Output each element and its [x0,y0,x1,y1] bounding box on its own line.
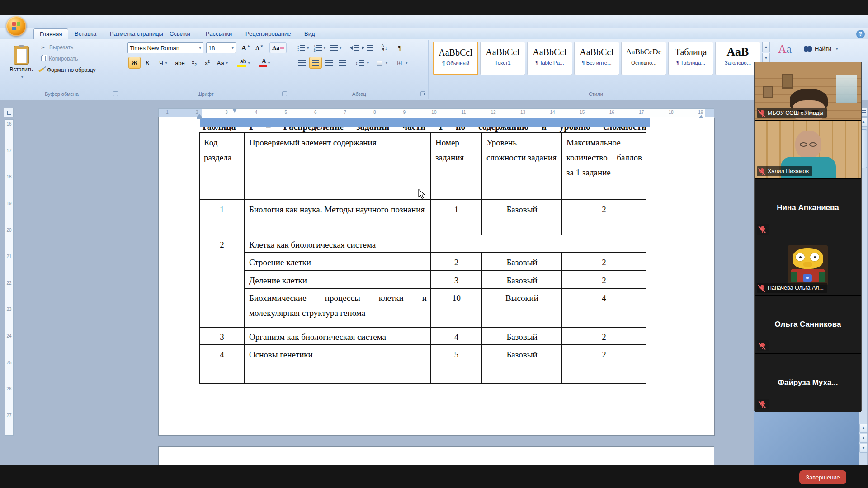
tab-mailings[interactable]: Рассылки [200,28,238,39]
align-right-button[interactable] [323,57,335,69]
change-case-button[interactable]: Aa▾ [214,57,231,69]
cell-level[interactable]: Высокий [482,288,562,327]
style-text1[interactable]: AaBbCcI Текст1 [480,42,525,75]
sort-button[interactable]: АЯ ↓ [377,42,392,53]
select-browse-object-icon[interactable]: ● [859,434,868,443]
cell-max[interactable]: 4 [562,288,646,327]
cell-empty[interactable] [431,235,646,253]
strikethrough-button[interactable]: abe [173,57,187,69]
cell-num[interactable]: 4 [431,327,482,345]
table-caption-clipped[interactable]: Таблица 1 – Распределение заданий части … [201,127,646,132]
justify-button[interactable] [336,57,349,69]
subscript-button[interactable]: x2 [188,57,200,69]
cell-num[interactable]: 3 [431,271,482,288]
style-table-pa[interactable]: AaBbCcI ¶ Table Pa... [527,42,572,75]
header-cell[interactable]: Код раздела [199,133,245,200]
font-size-combo[interactable]: 18▾ [206,42,236,53]
paste-button[interactable]: Вставить ▾ [7,42,35,83]
participant-tile[interactable]: Паначева Ольга Ал... [755,237,861,295]
end-meeting-button[interactable]: Завершение [799,470,846,484]
participant-video-tile[interactable]: МБОУ СОШ с.Ямады [755,62,861,120]
tab-review[interactable]: Рецензирование [240,28,297,39]
paragraph-dialog-launcher[interactable] [420,91,425,96]
align-left-button[interactable] [296,57,308,69]
right-indent-marker[interactable] [699,113,703,118]
left-indent-marker[interactable] [197,112,202,119]
cell-max[interactable]: 2 [562,271,646,288]
font-dialog-launcher[interactable] [282,91,287,96]
cell-content[interactable]: Строение клетки [245,253,431,271]
italic-button[interactable]: К [142,57,154,69]
font-name-combo[interactable]: Times New Roman▾ [127,42,203,53]
cell-level[interactable]: Базовый [482,253,562,271]
help-button[interactable]: ? [856,30,865,38]
clear-formatting-button[interactable]: Aa [269,42,287,53]
bullets-button[interactable]: • • •▾ [296,42,311,53]
align-center-button[interactable] [309,57,322,69]
participant-tile[interactable]: Файруза Муха... [755,354,861,412]
cell-level[interactable]: Базовый [482,327,562,345]
copy-button[interactable]: Копировать [41,54,118,64]
header-cell[interactable]: Номер задания [431,133,482,200]
highlight-button[interactable]: ab▾ [235,57,255,69]
format-painter-button[interactable]: Формат по образцу [38,65,120,75]
cell-level[interactable]: Базовый [482,200,562,235]
tab-view[interactable]: Вид [298,28,321,39]
cell-content[interactable]: Биология как наука. Методы научного позн… [245,200,431,235]
cell-num[interactable]: 5 [431,345,482,384]
decrease-indent-button[interactable] [347,42,360,53]
shrink-font-button[interactable]: А▼ [253,42,266,53]
cell-max[interactable]: 2 [562,345,646,384]
participant-video-tile[interactable]: Халил Низамов [755,121,861,178]
cell-content[interactable]: Организм как биологическая система [245,327,431,345]
style-normal[interactable]: AaBbCcI ¶ Обычный [433,42,478,75]
header-cell[interactable]: Уровень сложности задания [482,133,562,200]
cell-code[interactable]: 1 [199,200,245,235]
tab-home[interactable]: Главная [33,28,68,39]
style-table[interactable]: Таблица ¶ Таблица... [668,42,713,75]
cell-num[interactable]: 1 [431,200,482,235]
first-line-indent-marker[interactable] [232,109,237,115]
borders-button[interactable]: ⊞▾ [393,57,411,69]
bold-button[interactable]: Ж [128,57,141,69]
shading-button[interactable]: ▾ [373,57,391,69]
tab-selector[interactable] [4,108,14,117]
cell-max[interactable]: 2 [562,327,646,345]
tab-references[interactable]: Ссылки [164,28,196,39]
multilevel-list-button[interactable]: ▾ [328,42,344,53]
document-page-2[interactable] [158,446,714,465]
increase-indent-button[interactable] [361,42,373,53]
style-heading[interactable]: АаВ Заголово... [715,42,760,75]
cell-max[interactable]: 2 [562,200,646,235]
cut-button[interactable]: ✂ Вырезать [41,42,118,52]
cell-content[interactable]: Деление клетки [245,271,431,288]
line-spacing-button[interactable]: ↕▾ [354,57,371,69]
find-button[interactable]: Найти ▾ [804,45,838,52]
cell-content[interactable]: Биохимические процессы клетки и молекуля… [245,288,431,327]
numbering-button[interactable]: 1 2 3▾ [312,42,327,53]
cell-max[interactable]: 2 [562,253,646,271]
vertical-ruler[interactable]: 161718 192021 222324 252627 [5,119,14,436]
superscript-button[interactable]: x2 [201,57,213,69]
cell-code[interactable]: 4 [199,345,245,384]
cell-num[interactable]: 2 [431,253,482,271]
grow-font-button[interactable]: А▲ [240,42,252,53]
change-styles-button[interactable]: Аа [774,42,796,61]
header-cell[interactable]: Максимальное количество баллов за 1 зада… [562,133,646,200]
office-button[interactable] [6,16,26,36]
cell-level[interactable]: Базовый [482,271,562,288]
cell-content[interactable]: Основы генетики [245,345,431,384]
tab-insert[interactable]: Вставка [69,28,102,39]
style-body[interactable]: AaBbCcDc Основно... [621,42,666,75]
participant-tile[interactable]: Нина Апканиева [755,179,861,237]
cell-code[interactable]: 3 [199,327,245,345]
underline-button[interactable]: Ч▾ [155,57,172,69]
style-no-spacing[interactable]: AaBbCcI ¶ Без инте... [574,42,619,75]
cell-content[interactable]: Клетка как биологическая система [245,235,431,253]
header-cell[interactable]: Проверяемый элемент содержания [245,133,431,200]
cell-level[interactable]: Базовый [482,345,562,384]
show-marks-button[interactable]: ¶ [393,42,406,53]
font-color-button[interactable]: А▾ [257,57,275,69]
next-page-icon[interactable]: ▼ [859,444,868,453]
clipboard-dialog-launcher[interactable] [113,91,118,96]
